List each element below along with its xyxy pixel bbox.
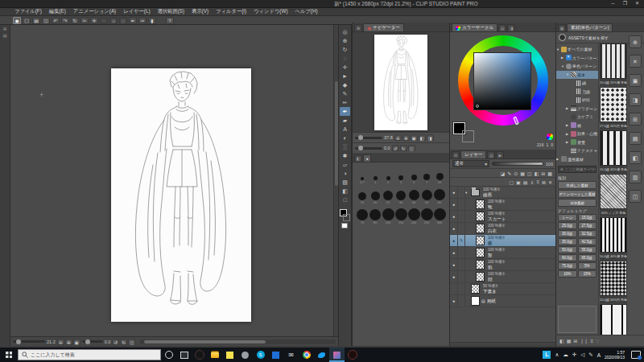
ruler-icon[interactable]: ◧ — [535, 171, 539, 176]
layer-row[interactable]: ● 100 %通常 白衣 — [450, 223, 555, 235]
layer-thumbnail[interactable] — [476, 236, 485, 245]
material-item[interactable]: 55.0線 50%円 単色 — [600, 261, 627, 303]
menu-item[interactable]: フィルター(I) — [216, 8, 246, 15]
redo-icon[interactable]: ↷ — [61, 17, 69, 24]
layer-thumbnail[interactable] — [476, 248, 485, 257]
tag-button[interactable]: 10% — [558, 270, 577, 278]
new-vector-layer-icon[interactable]: ▣ — [516, 179, 521, 185]
layer-visibility-eye-icon[interactable]: ● — [450, 271, 458, 282]
menu-item[interactable]: ウィンドウ(W) — [254, 8, 287, 15]
mail-app-icon[interactable] — [283, 348, 299, 362]
brush-size-cell[interactable]: 3 — [394, 165, 407, 184]
zoom-tool[interactable]: ◎ — [340, 27, 350, 36]
pen-tool[interactable]: ✒ — [340, 107, 350, 116]
snap-ruler-icon[interactable]: ✒ — [129, 17, 137, 24]
menu-item[interactable]: 編集(E) — [49, 8, 66, 15]
brush-size-cell[interactable]: 80 — [369, 205, 382, 224]
layer-visibility-eye-icon[interactable]: ● — [450, 259, 458, 270]
clip-to-layer-icon[interactable]: ◪ — [501, 171, 506, 176]
view-large-button[interactable]: ◧ — [629, 151, 642, 164]
pause-scroll-icon[interactable]: ❘❘ — [580, 338, 588, 343]
blend-tool[interactable]: ◑ — [340, 169, 350, 178]
material-item[interactable]: 20.0線 25%濃 単色 — [600, 43, 627, 86]
open-file-icon[interactable]: ▤ — [32, 17, 40, 24]
invert-selection-icon[interactable]: ▦ — [109, 17, 118, 24]
material-tree-item[interactable]: ▼ 基本 — [556, 71, 598, 80]
lock-layer-icon[interactable]: ⊙ — [514, 171, 518, 176]
canvas-zoom-slider[interactable] — [13, 340, 45, 343]
layer-visibility-eye-icon[interactable]: ● — [450, 295, 458, 306]
material-thumbnail[interactable] — [600, 130, 627, 166]
layer-visibility-eye-icon[interactable]: ● — [450, 187, 458, 198]
brush-size-cell[interactable]: 30 — [394, 185, 407, 204]
task-view-icon[interactable] — [176, 348, 192, 362]
tag-button[interactable]: 35.0線 — [558, 238, 577, 245]
brush-size-cell[interactable]: 0.7 — [356, 165, 369, 184]
help-icon[interactable]: ? — [166, 17, 174, 24]
rotate-right-icon[interactable]: ↻ — [120, 339, 127, 345]
sv-marker[interactable] — [476, 105, 479, 108]
new-raster-layer-icon[interactable]: ▢ — [509, 179, 514, 185]
brush-size-cell[interactable]: 1 — [369, 165, 382, 184]
layer-thumbnail[interactable] — [476, 224, 485, 233]
tree-expand-arrow[interactable]: ▼ — [561, 64, 565, 68]
overwrite-material-button[interactable]: ◨ — [629, 93, 642, 106]
tag-button[interactable]: トーン — [558, 214, 577, 221]
nav-rotate-slider[interactable] — [355, 147, 382, 150]
material-property-button[interactable]: ▤ — [629, 132, 642, 145]
selection-border-icon[interactable]: ▧ — [119, 17, 127, 24]
detail-view-icon[interactable]: ≡ — [590, 339, 593, 343]
photos-app-icon[interactable] — [268, 348, 283, 362]
layer-visibility-eye-icon[interactable]: ● — [450, 223, 458, 234]
operation-tool[interactable]: ► — [340, 72, 350, 80]
brush-size-cell[interactable]: 40 — [407, 185, 420, 204]
tab-materials[interactable]: 素材[単色パターン] — [567, 23, 613, 31]
tag-button[interactable]: 25.0線 — [558, 222, 577, 229]
material-thumbnail[interactable] — [600, 43, 627, 79]
rotate-canvas-tool[interactable]: ↻ — [340, 45, 350, 54]
layer-thumbnail[interactable] — [471, 189, 480, 196]
brush-size-cell[interactable]: 60 — [433, 185, 446, 204]
menu-item[interactable]: ヘルプ(H) — [295, 8, 318, 15]
layer-name[interactable]: 髪 — [488, 253, 506, 257]
layer-thumbnail[interactable] — [471, 296, 480, 306]
material-tree-item[interactable]: カケアミ — [556, 113, 598, 121]
new-file-icon[interactable]: ▢ — [23, 17, 31, 24]
transparent-color-swatch[interactable] — [341, 223, 348, 228]
object-tool[interactable]: ◆ — [340, 80, 350, 89]
tree-expand-arrow[interactable]: ▶ — [566, 123, 570, 127]
saturation-value-square[interactable] — [473, 52, 531, 110]
pen-settings-icon[interactable]: ✎ — [588, 352, 592, 358]
canvas-document[interactable] — [111, 68, 251, 322]
enable-mask-icon[interactable]: ◫ — [527, 171, 532, 176]
sticky-notes-icon[interactable] — [222, 348, 237, 362]
brush-tool[interactable]: ◐ — [340, 134, 350, 142]
chrome-icon[interactable] — [299, 348, 314, 362]
layer-thumbnail[interactable] — [476, 260, 485, 269]
material-type-button[interactable]: 作成した素材 — [558, 181, 597, 189]
lock-transparent-icon[interactable]: ▦ — [520, 171, 525, 176]
draft-layer-icon[interactable]: ✎ — [507, 171, 511, 176]
dock-icon[interactable]: ▦ — [558, 24, 566, 31]
paste-material-button[interactable]: ⊕ — [629, 35, 642, 48]
material-type-button[interactable]: ダウンロードした素材 — [558, 190, 597, 198]
tag-button[interactable]: 50.0線 — [558, 246, 577, 253]
new-folder-icon[interactable]: ▤ — [523, 179, 528, 185]
material-thumbnail[interactable] — [600, 217, 627, 253]
layer-thumbnail[interactable] — [476, 272, 485, 282]
material-item[interactable] — [600, 304, 627, 335]
snap-special-ruler-icon[interactable]: ✑ — [138, 17, 147, 24]
layer-row[interactable]: ● ✎ 100 %通常 服 — [450, 235, 555, 247]
tag-button[interactable]: 5% — [578, 262, 597, 269]
layer-row[interactable]: ● 100 %通常 靴 — [450, 199, 555, 211]
tab-brush-size[interactable]: ● — [363, 154, 371, 162]
fit-to-screen-icon[interactable]: ▣ — [73, 339, 80, 345]
view-list-button[interactable]: ▥ — [629, 171, 642, 183]
thumbnail-large-icon[interactable]: ⊞ — [573, 338, 577, 343]
menu-item[interactable]: レイヤー(L) — [123, 8, 150, 15]
delete-material-button[interactable]: ◫ — [629, 190, 642, 203]
brush-size-cell[interactable]: 10 — [433, 165, 446, 184]
save-file-icon[interactable]: ◫ — [42, 17, 50, 24]
maximize-button[interactable]: ❐ — [620, 0, 630, 7]
layer-row[interactable]: ● 100 %通常 スカート — [450, 211, 555, 223]
